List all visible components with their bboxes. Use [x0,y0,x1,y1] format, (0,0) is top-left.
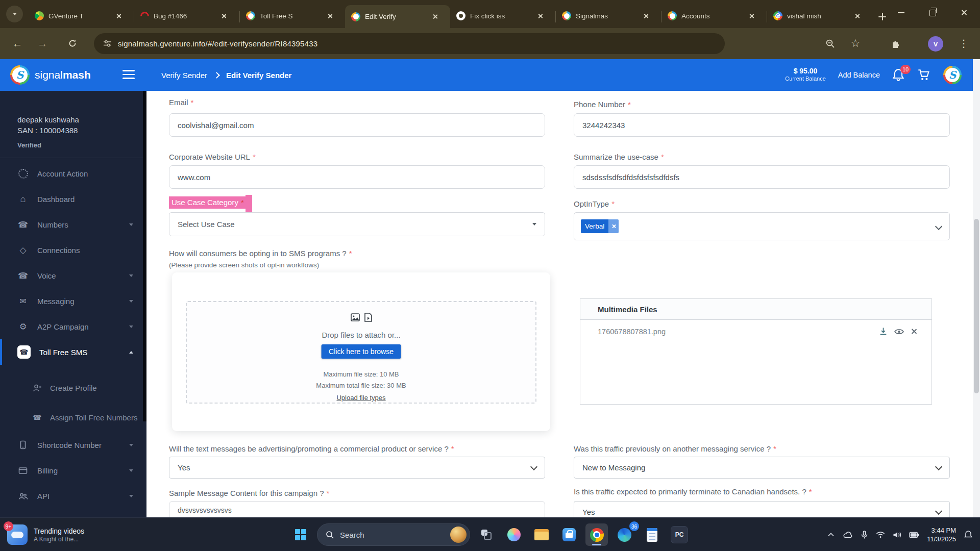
tab-vishal[interactable]: vishal mish [767,5,872,27]
profile-avatar[interactable]: V [928,36,943,52]
download-icon[interactable] [879,327,888,336]
gear-icon: ⚙ [17,321,29,332]
tab-close-icon[interactable] [535,11,545,21]
multimedia-panel: Multimedia Files 1760678807881.png [580,298,932,405]
tab-signalmash[interactable]: Signalmas [556,5,661,27]
tab-fix-click[interactable]: Fix click iss [450,5,555,27]
sidebar-item-toll-free-sms[interactable]: ☎ Toll Free SMS [0,339,146,365]
sidebar-item-create-profile[interactable]: Create Profile [0,373,146,403]
sidebar-item-label: Dashboard [37,195,75,204]
tab-close-icon[interactable] [325,11,335,21]
microphone-icon[interactable] [861,531,868,539]
sidebar-item-billing[interactable]: Billing [0,458,146,483]
tab-close-icon[interactable] [218,11,229,21]
optin-tag-label: Verbal [581,219,608,233]
sidebar-item-account-action[interactable]: Account Action [0,161,146,186]
sidebar-item-a2p-campaign[interactable]: ⚙ A2P Campaign [0,314,146,339]
search-input[interactable] [339,530,445,540]
bookmark-button[interactable]: ☆ [847,35,864,52]
sidebar-item-shortcode-number[interactable]: Shortcode Number [0,432,146,458]
battery-icon[interactable] [909,532,919,538]
taskbar-search[interactable] [317,523,470,546]
tab-gventure[interactable]: GVenture T [29,5,134,27]
extensions-button[interactable] [887,35,903,52]
site-settings-icon[interactable] [103,39,112,48]
optintype-multiselect[interactable]: Verbal [574,212,950,240]
sidebar-item-connections[interactable]: ◇ Connections [0,237,146,263]
signalmash-favicon-icon [351,12,360,21]
copilot-button[interactable] [503,523,525,546]
back-button[interactable]: ← [9,35,26,52]
tab-close-icon[interactable] [852,11,862,21]
file-explorer-button[interactable] [530,523,553,546]
website-field[interactable] [169,165,545,189]
usecase-select[interactable]: Select Use Case [169,212,545,236]
sidebar-item-api[interactable]: API [0,483,146,509]
close-button[interactable] [948,0,980,26]
this-pc-button[interactable]: PC [668,523,691,546]
tab-close-icon[interactable] [430,12,440,22]
tab-close-icon[interactable] [746,11,756,21]
zoom-button[interactable] [822,35,838,52]
taskbar-center: 36 PC [289,518,691,551]
email-field[interactable] [169,113,545,137]
notification-badge: 10 [900,65,911,74]
advertising-select[interactable]: Yes [169,457,545,479]
eye-icon[interactable] [894,328,904,335]
file-drop-zone[interactable]: Drop files to attach or... Click here to… [186,301,536,404]
sidebar-item-messaging[interactable]: ✉ Messaging [0,288,146,314]
canadian-select[interactable]: Yes [574,501,950,517]
reload-button[interactable] [64,35,81,52]
tab-close-icon[interactable] [641,11,651,21]
cloud-icon[interactable] [843,531,853,539]
breadcrumb-parent[interactable]: Verify Sender [161,71,207,80]
notifications-button[interactable]: 10 [892,68,905,82]
phone-box-icon: ☎ [17,345,31,359]
forward-button[interactable]: → [34,35,51,52]
sidebar-toggle-button[interactable] [122,70,135,79]
tab-edit-verify-active[interactable]: Edit Verify [345,5,450,28]
sidebar-scrollbar[interactable] [143,91,146,421]
sample-message-field[interactable]: dvsvsvsvsvsvsvs [169,501,545,517]
minimize-button[interactable] [885,0,917,26]
previous-service-select[interactable]: New to Messaging [574,457,950,479]
browser-menu-button[interactable]: ⋮ [955,35,972,52]
tab-accounts[interactable]: Accounts [662,5,767,27]
sidebar-item-numbers[interactable]: ☎ Numbers [0,212,146,237]
sidebar-item-dashboard[interactable]: ⌂ Dashboard [0,186,146,212]
task-view-button[interactable] [475,523,498,546]
remove-file-icon[interactable] [911,328,917,335]
cart-button[interactable] [918,69,931,81]
summary-field[interactable] [574,165,950,189]
tab-bug[interactable]: Bug #1466 [134,5,239,27]
wifi-icon[interactable] [876,531,885,538]
sidebar-item-assign-toll-free-numbers[interactable]: ☎ Assign Toll Free Numbers [0,403,146,432]
notification-center-icon[interactable] [964,530,973,539]
address-bar[interactable]: signalmash.gventure.info/#/edit-verifyse… [94,33,725,54]
speaker-icon[interactable] [893,531,901,539]
brand[interactable]: S signalmash [10,59,91,91]
edge-button[interactable]: 36 [613,523,635,546]
maximize-button[interactable] [917,0,948,26]
clock[interactable]: 3:44 PM 11/3/2025 [927,526,956,543]
add-balance-button[interactable]: Add Balance [838,71,880,79]
url-text[interactable]: signalmash.gventure.info/#/edit-verifyse… [118,39,317,48]
scrollbar-thumb[interactable] [974,219,979,393]
notepad-button[interactable] [641,523,663,546]
phone-field[interactable] [574,113,950,137]
tag-remove-icon[interactable] [608,219,619,233]
sidebar-item-voice[interactable]: ☎ Voice [0,263,146,288]
widgets-button[interactable]: 9+ Trending videos A Knight of the... [7,518,84,551]
account-logo-icon[interactable]: S [943,66,962,84]
start-button[interactable] [289,523,312,546]
chrome-button[interactable] [585,523,608,546]
tab-tollfree[interactable]: Toll Free S [240,5,345,27]
page-scrollbar[interactable] [973,59,980,517]
tab-close-icon[interactable] [113,11,124,21]
browse-button[interactable]: Click here to browse [321,344,401,359]
tray-chevron-up-icon[interactable] [827,531,835,538]
upload-file-types-link[interactable]: Upload file types [187,394,535,402]
tab-search-button[interactable] [6,6,23,22]
optin-tag: Verbal [581,219,619,233]
microsoft-store-button[interactable] [558,523,580,546]
